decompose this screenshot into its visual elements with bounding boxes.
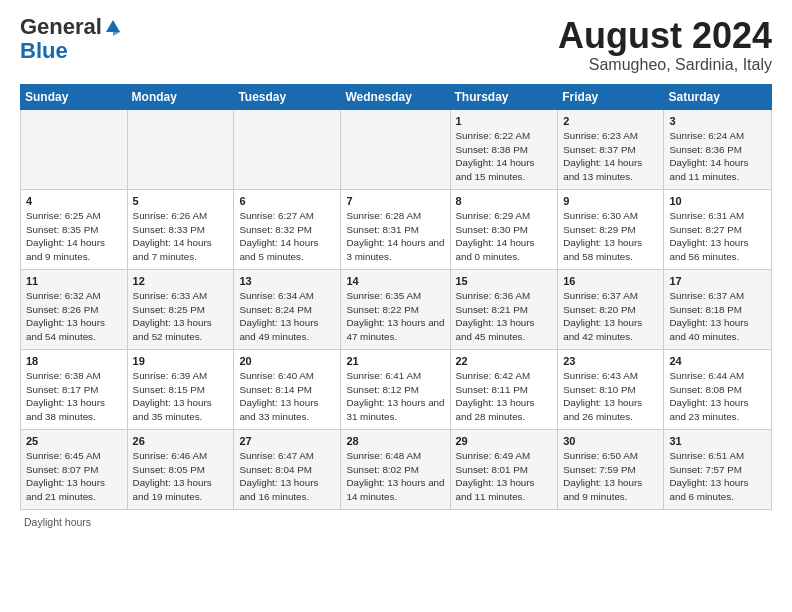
table-row: 30Sunrise: 6:50 AM Sunset: 7:59 PM Dayli… [558, 429, 664, 509]
day-info: Sunrise: 6:50 AM Sunset: 7:59 PM Dayligh… [563, 450, 642, 502]
day-info: Sunrise: 6:49 AM Sunset: 8:01 PM Dayligh… [456, 450, 535, 502]
day-number: 26 [133, 434, 229, 449]
logo: General Blue [20, 16, 122, 64]
day-info: Sunrise: 6:27 AM Sunset: 8:32 PM Dayligh… [239, 210, 318, 262]
day-number: 2 [563, 114, 658, 129]
table-row: 8Sunrise: 6:29 AM Sunset: 8:30 PM Daylig… [450, 189, 558, 269]
day-number: 28 [346, 434, 444, 449]
day-info: Sunrise: 6:44 AM Sunset: 8:08 PM Dayligh… [669, 370, 748, 422]
day-number: 31 [669, 434, 766, 449]
day-number: 30 [563, 434, 658, 449]
day-number: 17 [669, 274, 766, 289]
calendar-week-row: 11Sunrise: 6:32 AM Sunset: 8:26 PM Dayli… [21, 269, 772, 349]
calendar-week-row: 4Sunrise: 6:25 AM Sunset: 8:35 PM Daylig… [21, 189, 772, 269]
day-number: 24 [669, 354, 766, 369]
table-row: 2Sunrise: 6:23 AM Sunset: 8:37 PM Daylig… [558, 109, 664, 189]
day-info: Sunrise: 6:45 AM Sunset: 8:07 PM Dayligh… [26, 450, 105, 502]
day-info: Sunrise: 6:46 AM Sunset: 8:05 PM Dayligh… [133, 450, 212, 502]
day-number: 8 [456, 194, 553, 209]
daylight-hours-label: Daylight hours [24, 516, 91, 528]
day-info: Sunrise: 6:47 AM Sunset: 8:04 PM Dayligh… [239, 450, 318, 502]
calendar-week-row: 1Sunrise: 6:22 AM Sunset: 8:38 PM Daylig… [21, 109, 772, 189]
header: General Blue August 2024 Samugheo, Sardi… [20, 16, 772, 74]
day-info: Sunrise: 6:43 AM Sunset: 8:10 PM Dayligh… [563, 370, 642, 422]
calendar-week-row: 18Sunrise: 6:38 AM Sunset: 8:17 PM Dayli… [21, 349, 772, 429]
day-info: Sunrise: 6:30 AM Sunset: 8:29 PM Dayligh… [563, 210, 642, 262]
col-saturday: Saturday [664, 84, 772, 109]
table-row: 13Sunrise: 6:34 AM Sunset: 8:24 PM Dayli… [234, 269, 341, 349]
day-number: 9 [563, 194, 658, 209]
col-sunday: Sunday [21, 84, 128, 109]
table-row [234, 109, 341, 189]
day-number: 1 [456, 114, 553, 129]
day-info: Sunrise: 6:42 AM Sunset: 8:11 PM Dayligh… [456, 370, 535, 422]
day-number: 6 [239, 194, 335, 209]
day-number: 11 [26, 274, 122, 289]
table-row: 7Sunrise: 6:28 AM Sunset: 8:31 PM Daylig… [341, 189, 450, 269]
table-row [341, 109, 450, 189]
table-row: 14Sunrise: 6:35 AM Sunset: 8:22 PM Dayli… [341, 269, 450, 349]
table-row: 24Sunrise: 6:44 AM Sunset: 8:08 PM Dayli… [664, 349, 772, 429]
table-row: 28Sunrise: 6:48 AM Sunset: 8:02 PM Dayli… [341, 429, 450, 509]
table-row: 23Sunrise: 6:43 AM Sunset: 8:10 PM Dayli… [558, 349, 664, 429]
logo-blue-text: Blue [20, 38, 68, 64]
table-row: 10Sunrise: 6:31 AM Sunset: 8:27 PM Dayli… [664, 189, 772, 269]
col-tuesday: Tuesday [234, 84, 341, 109]
col-monday: Monday [127, 84, 234, 109]
table-row: 11Sunrise: 6:32 AM Sunset: 8:26 PM Dayli… [21, 269, 128, 349]
day-info: Sunrise: 6:32 AM Sunset: 8:26 PM Dayligh… [26, 290, 105, 342]
day-number: 29 [456, 434, 553, 449]
day-number: 21 [346, 354, 444, 369]
day-number: 4 [26, 194, 122, 209]
day-number: 10 [669, 194, 766, 209]
day-info: Sunrise: 6:39 AM Sunset: 8:15 PM Dayligh… [133, 370, 212, 422]
table-row: 18Sunrise: 6:38 AM Sunset: 8:17 PM Dayli… [21, 349, 128, 429]
logo-general-text: General [20, 16, 102, 38]
calendar-location: Samugheo, Sardinia, Italy [558, 56, 772, 74]
table-row: 17Sunrise: 6:37 AM Sunset: 8:18 PM Dayli… [664, 269, 772, 349]
table-row [21, 109, 128, 189]
day-number: 27 [239, 434, 335, 449]
table-row: 22Sunrise: 6:42 AM Sunset: 8:11 PM Dayli… [450, 349, 558, 429]
table-row: 16Sunrise: 6:37 AM Sunset: 8:20 PM Dayli… [558, 269, 664, 349]
table-row: 26Sunrise: 6:46 AM Sunset: 8:05 PM Dayli… [127, 429, 234, 509]
day-info: Sunrise: 6:41 AM Sunset: 8:12 PM Dayligh… [346, 370, 444, 422]
table-row: 1Sunrise: 6:22 AM Sunset: 8:38 PM Daylig… [450, 109, 558, 189]
day-info: Sunrise: 6:29 AM Sunset: 8:30 PM Dayligh… [456, 210, 535, 262]
day-number: 20 [239, 354, 335, 369]
table-row: 5Sunrise: 6:26 AM Sunset: 8:33 PM Daylig… [127, 189, 234, 269]
day-info: Sunrise: 6:24 AM Sunset: 8:36 PM Dayligh… [669, 130, 748, 182]
day-number: 25 [26, 434, 122, 449]
day-info: Sunrise: 6:36 AM Sunset: 8:21 PM Dayligh… [456, 290, 535, 342]
title-block: August 2024 Samugheo, Sardinia, Italy [558, 16, 772, 74]
day-number: 22 [456, 354, 553, 369]
page: General Blue August 2024 Samugheo, Sardi… [0, 0, 792, 538]
logo-icon [104, 18, 122, 36]
day-number: 23 [563, 354, 658, 369]
table-row: 4Sunrise: 6:25 AM Sunset: 8:35 PM Daylig… [21, 189, 128, 269]
day-info: Sunrise: 6:51 AM Sunset: 7:57 PM Dayligh… [669, 450, 748, 502]
table-row: 29Sunrise: 6:49 AM Sunset: 8:01 PM Dayli… [450, 429, 558, 509]
day-info: Sunrise: 6:40 AM Sunset: 8:14 PM Dayligh… [239, 370, 318, 422]
day-info: Sunrise: 6:48 AM Sunset: 8:02 PM Dayligh… [346, 450, 444, 502]
day-info: Sunrise: 6:31 AM Sunset: 8:27 PM Dayligh… [669, 210, 748, 262]
day-number: 3 [669, 114, 766, 129]
table-row: 12Sunrise: 6:33 AM Sunset: 8:25 PM Dayli… [127, 269, 234, 349]
table-row: 3Sunrise: 6:24 AM Sunset: 8:36 PM Daylig… [664, 109, 772, 189]
day-number: 7 [346, 194, 444, 209]
calendar-table: Sunday Monday Tuesday Wednesday Thursday… [20, 84, 772, 510]
col-thursday: Thursday [450, 84, 558, 109]
table-row: 15Sunrise: 6:36 AM Sunset: 8:21 PM Dayli… [450, 269, 558, 349]
day-number: 16 [563, 274, 658, 289]
day-info: Sunrise: 6:37 AM Sunset: 8:18 PM Dayligh… [669, 290, 748, 342]
footer: Daylight hours [20, 516, 772, 528]
day-info: Sunrise: 6:25 AM Sunset: 8:35 PM Dayligh… [26, 210, 105, 262]
day-info: Sunrise: 6:35 AM Sunset: 8:22 PM Dayligh… [346, 290, 444, 342]
table-row: 25Sunrise: 6:45 AM Sunset: 8:07 PM Dayli… [21, 429, 128, 509]
table-row: 21Sunrise: 6:41 AM Sunset: 8:12 PM Dayli… [341, 349, 450, 429]
day-info: Sunrise: 6:28 AM Sunset: 8:31 PM Dayligh… [346, 210, 444, 262]
table-row: 20Sunrise: 6:40 AM Sunset: 8:14 PM Dayli… [234, 349, 341, 429]
table-row: 27Sunrise: 6:47 AM Sunset: 8:04 PM Dayli… [234, 429, 341, 509]
table-row: 31Sunrise: 6:51 AM Sunset: 7:57 PM Dayli… [664, 429, 772, 509]
day-number: 13 [239, 274, 335, 289]
